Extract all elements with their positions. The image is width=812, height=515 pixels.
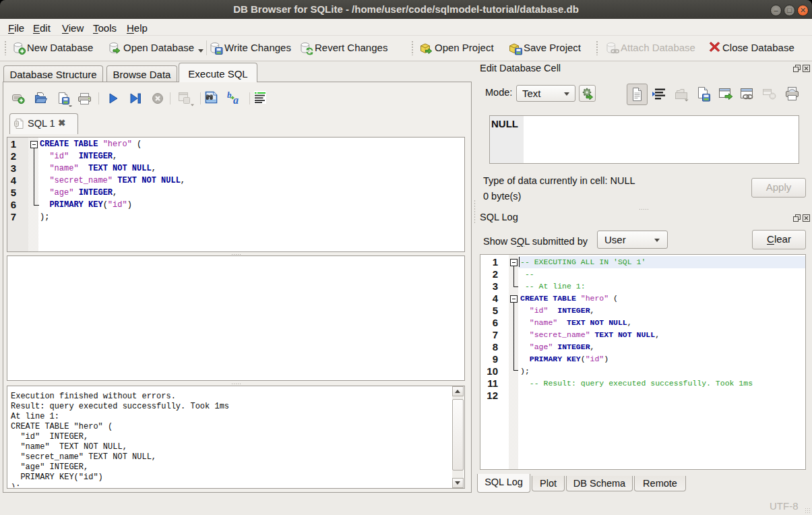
- svg-text:a: a: [233, 94, 239, 105]
- svg-text:b: b: [227, 90, 232, 100]
